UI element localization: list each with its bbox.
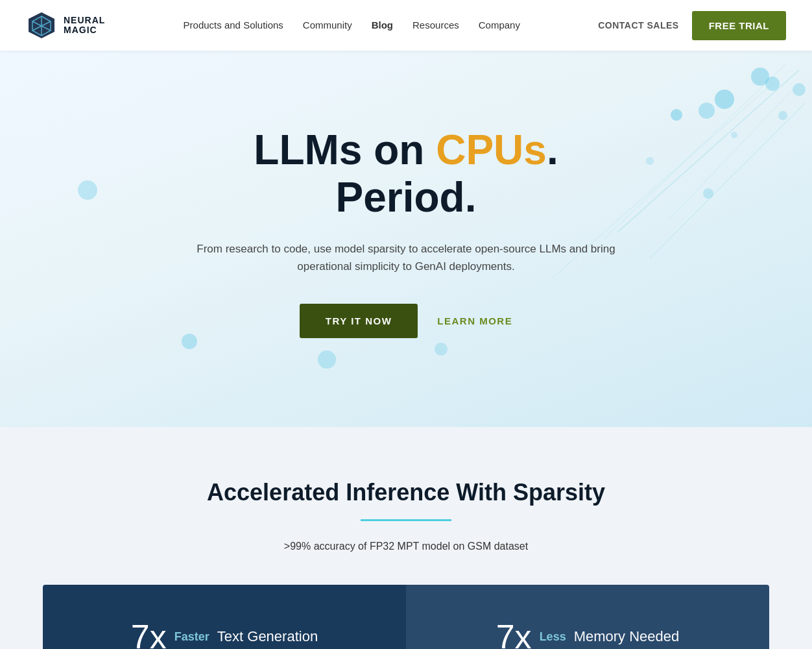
svg-line-9 xyxy=(669,90,793,219)
nav-links: Products and Solutions Community Blog Re… xyxy=(184,19,520,31)
stat-highlight-faster: Faster xyxy=(174,630,209,644)
hero-buttons: TRY IT NOW LEARN MORE xyxy=(300,304,512,338)
logo-text: NEURAL MAGIC xyxy=(64,16,105,36)
svg-line-6 xyxy=(604,64,786,239)
svg-line-8 xyxy=(650,103,806,258)
logo-link[interactable]: NEURAL MAGIC xyxy=(26,10,105,41)
stat-rest-memory: Memory Needed xyxy=(574,628,680,645)
deco-circle-tl xyxy=(78,180,97,200)
svg-point-15 xyxy=(646,157,654,165)
stats-section: Accelerated Inference With Sparsity >99%… xyxy=(0,427,812,649)
svg-point-11 xyxy=(793,83,806,96)
nav-products[interactable]: Products and Solutions xyxy=(184,19,283,31)
headline-highlight: CPUs xyxy=(436,127,547,173)
hero-section: LLMs on CPUs. Period. From research to c… xyxy=(0,51,812,427)
logo-icon xyxy=(26,10,57,41)
svg-point-14 xyxy=(703,188,713,199)
hero-headline: LLMs on CPUs. Period. xyxy=(254,127,558,222)
svg-point-13 xyxy=(731,132,737,138)
try-it-now-button[interactable]: TRY IT NOW xyxy=(300,304,418,338)
nav-resources[interactable]: Resources xyxy=(412,19,459,31)
headline-line2: Period. xyxy=(336,174,477,221)
stats-description: >99% accuracy of FP32 MPT model on GSM d… xyxy=(284,541,528,552)
stats-heading: Accelerated Inference With Sparsity xyxy=(207,479,605,506)
stat-number-memory: 7x xyxy=(496,617,532,649)
svg-line-5 xyxy=(617,70,799,232)
nav-company[interactable]: Company xyxy=(479,19,520,31)
stat-rest-faster: Text Generation xyxy=(217,628,318,645)
stat-highlight-memory: Less xyxy=(540,630,566,644)
nav-community[interactable]: Community xyxy=(303,19,352,31)
free-trial-button[interactable]: FREE TRIAL xyxy=(692,11,786,40)
svg-point-10 xyxy=(751,67,769,86)
deco-circle-bc xyxy=(435,343,448,356)
stats-cards: 7x Faster Text Generation 7x Less Memory… xyxy=(43,585,769,649)
headline-part2: . xyxy=(547,127,558,173)
hero-subtext: From research to code, use model sparsit… xyxy=(179,240,633,275)
hero-lines-decoration xyxy=(423,51,812,427)
learn-more-button[interactable]: LEARN MORE xyxy=(437,315,512,326)
stat-card-memory: 7x Less Memory Needed xyxy=(406,585,769,649)
svg-point-12 xyxy=(778,111,787,120)
nav-actions: CONTACT SALES FREE TRIAL xyxy=(598,11,786,40)
nav-blog[interactable]: Blog xyxy=(372,19,393,31)
deco-circle-tr xyxy=(671,109,682,121)
deco-circle-tr2 xyxy=(699,103,715,119)
contact-sales-link[interactable]: CONTACT SALES xyxy=(598,20,678,31)
stats-divider xyxy=(361,519,451,521)
deco-circle-bm xyxy=(318,350,336,369)
deco-circle-bl xyxy=(182,334,197,349)
stat-card-faster: 7x Faster Text Generation xyxy=(43,585,406,649)
stat-number-faster: 7x xyxy=(131,617,167,649)
main-nav: NEURAL MAGIC Products and Solutions Comm… xyxy=(0,0,812,51)
headline-part1: LLMs on xyxy=(254,127,436,173)
